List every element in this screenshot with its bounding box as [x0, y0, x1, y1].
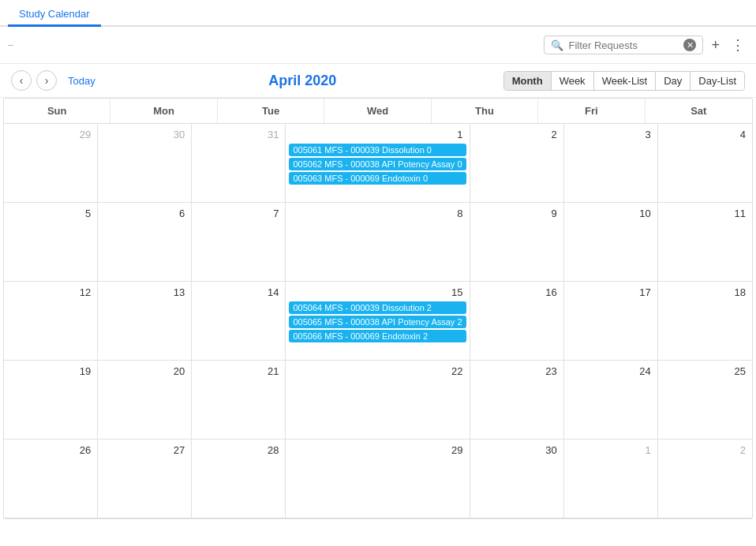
- cal-cell-w0d3[interactable]: 1005061 MFS - 000039 Dissolution 0005062…: [286, 124, 470, 203]
- calendar-grid: 2930311005061 MFS - 000039 Dissolution 0…: [4, 124, 752, 518]
- cal-cell-w2d6[interactable]: 18: [658, 282, 752, 361]
- cal-day-num: 23: [473, 364, 560, 379]
- cal-day-num: 26: [7, 443, 94, 458]
- nav-bar: ‹ › Today April 2020 MonthWeekWeek-ListD…: [0, 64, 756, 98]
- cal-cell-w2d3[interactable]: 15005064 MFS - 000039 Dissolution 200506…: [286, 282, 470, 361]
- filter-clear-button[interactable]: ✕: [683, 39, 696, 51]
- cal-day-num: 16: [473, 285, 560, 300]
- toolbar-right: 🔍 ✕ + ⋮: [544, 33, 748, 57]
- month-title: April 2020: [102, 73, 503, 89]
- cal-cell-w1d2[interactable]: 7: [192, 203, 286, 282]
- cal-cell-w0d5[interactable]: 3: [564, 124, 658, 203]
- cal-cell-w4d5[interactable]: 1: [564, 439, 658, 518]
- cal-cell-w3d5[interactable]: 24: [564, 361, 658, 439]
- cal-cell-w4d4[interactable]: 30: [470, 439, 564, 518]
- cal-day-num: 20: [101, 364, 188, 379]
- cal-day-num: 9: [473, 206, 560, 221]
- month-nav: ‹ › Today: [11, 70, 102, 91]
- cal-day-num: 31: [195, 127, 282, 142]
- cal-cell-w3d6[interactable]: 25: [658, 361, 752, 439]
- cal-day-num: 3: [567, 127, 654, 142]
- cal-cell-w0d6[interactable]: 4: [658, 124, 752, 203]
- cal-cell-w1d6[interactable]: 11: [658, 203, 752, 282]
- view-switcher: MonthWeekWeek-ListDayDay-List: [503, 71, 745, 91]
- cal-cell-w2d0[interactable]: 12: [4, 282, 98, 361]
- calendar: SunMonTueWedThuFriSat 2930311005061 MFS …: [3, 98, 753, 519]
- cal-cell-w2d5[interactable]: 17: [564, 282, 658, 361]
- cal-day-num: 5: [7, 206, 94, 221]
- cal-event[interactable]: 005062 MFS - 000038 API Potency Assay 0: [289, 158, 466, 170]
- calendar-header: SunMonTueWedThuFriSat: [4, 99, 752, 124]
- view-btn-day[interactable]: Day: [656, 72, 691, 90]
- cal-cell-w4d2[interactable]: 28: [192, 439, 286, 518]
- cal-cell-w4d3[interactable]: 29: [286, 439, 470, 518]
- cal-cell-w3d1[interactable]: 20: [98, 361, 192, 439]
- more-options-button[interactable]: ⋮: [728, 33, 748, 57]
- search-icon: 🔍: [551, 39, 563, 51]
- cal-day-num: 2: [661, 443, 749, 458]
- cal-cell-w0d4[interactable]: 2: [470, 124, 564, 203]
- cal-cell-w0d1[interactable]: 30: [98, 124, 192, 203]
- cal-day-num: 22: [289, 364, 466, 379]
- tab-bar: Study Calendar: [0, 0, 756, 27]
- cal-event[interactable]: 005065 MFS - 000038 API Potency Assay 2: [289, 316, 466, 328]
- cal-cell-w4d1[interactable]: 27: [98, 439, 192, 518]
- cal-cell-w1d5[interactable]: 10: [564, 203, 658, 282]
- toolbar: – 🔍 ✕ + ⋮: [0, 27, 756, 64]
- cal-cell-w3d4[interactable]: 23: [470, 361, 564, 439]
- cal-day-num: 30: [101, 127, 188, 142]
- cal-cell-w4d6[interactable]: 2: [658, 439, 752, 518]
- cal-day-num: 27: [101, 443, 188, 458]
- cal-event[interactable]: 005064 MFS - 000039 Dissolution 2: [289, 301, 466, 314]
- cal-day-num: 14: [195, 285, 282, 300]
- cal-event[interactable]: 005063 MFS - 000069 Endotoxin 0: [289, 172, 466, 185]
- cal-event[interactable]: 005061 MFS - 000039 Dissolution 0: [289, 144, 466, 156]
- tab-study-calendar[interactable]: Study Calendar: [8, 3, 101, 27]
- cal-header-wed: Wed: [324, 99, 431, 123]
- cal-day-num: 18: [661, 285, 749, 300]
- cal-cell-w1d4[interactable]: 9: [470, 203, 564, 282]
- cal-day-num: 7: [195, 206, 282, 221]
- cal-day-num: 30: [473, 443, 560, 458]
- cal-cell-w3d0[interactable]: 19: [4, 361, 98, 439]
- next-month-button[interactable]: ›: [36, 70, 57, 91]
- cal-day-num: 12: [7, 285, 94, 300]
- cal-cell-w1d1[interactable]: 6: [98, 203, 192, 282]
- view-btn-week-list[interactable]: Week-List: [594, 72, 657, 90]
- cal-cell-w1d0[interactable]: 5: [4, 203, 98, 282]
- cal-cell-w2d1[interactable]: 13: [98, 282, 192, 361]
- cal-cell-w0d0[interactable]: 29: [4, 124, 98, 203]
- cal-cell-w2d4[interactable]: 16: [470, 282, 564, 361]
- view-btn-month[interactable]: Month: [504, 72, 552, 90]
- cal-day-num: 15: [289, 285, 466, 300]
- toolbar-left: –: [8, 39, 539, 50]
- add-button[interactable]: +: [708, 34, 723, 57]
- cal-cell-w3d2[interactable]: 21: [192, 361, 286, 439]
- cal-cell-w4d0[interactable]: 26: [4, 439, 98, 518]
- cal-cell-w1d3[interactable]: 8: [286, 203, 470, 282]
- cal-cell-w2d2[interactable]: 14: [192, 282, 286, 361]
- today-button[interactable]: Today: [62, 72, 102, 90]
- cal-day-num: 29: [7, 127, 94, 142]
- cal-day-num: 29: [289, 443, 466, 458]
- cal-header-mon: Mon: [110, 99, 217, 123]
- view-btn-day-list[interactable]: Day-List: [691, 72, 744, 90]
- cal-event[interactable]: 005066 MFS - 000069 Endotoxin 2: [289, 330, 466, 342]
- cal-cell-w0d2[interactable]: 31: [192, 124, 286, 203]
- cal-header-fri: Fri: [538, 99, 645, 123]
- cal-day-num: 17: [567, 285, 654, 300]
- cal-day-num: 19: [7, 364, 94, 379]
- cal-day-num: 6: [101, 206, 188, 221]
- cal-header-sun: Sun: [4, 99, 110, 123]
- cal-day-num: 1: [289, 127, 466, 142]
- cal-day-num: 4: [661, 127, 749, 142]
- prev-month-button[interactable]: ‹: [11, 70, 32, 91]
- cal-cell-w3d3[interactable]: 22: [286, 361, 470, 439]
- view-btn-week[interactable]: Week: [552, 72, 594, 90]
- cal-day-num: 28: [195, 443, 282, 458]
- toolbar-indicator: –: [8, 39, 13, 50]
- filter-input[interactable]: [568, 39, 679, 51]
- cal-header-thu: Thu: [432, 99, 538, 123]
- filter-container: 🔍 ✕: [544, 36, 703, 54]
- cal-day-num: 2: [473, 127, 560, 142]
